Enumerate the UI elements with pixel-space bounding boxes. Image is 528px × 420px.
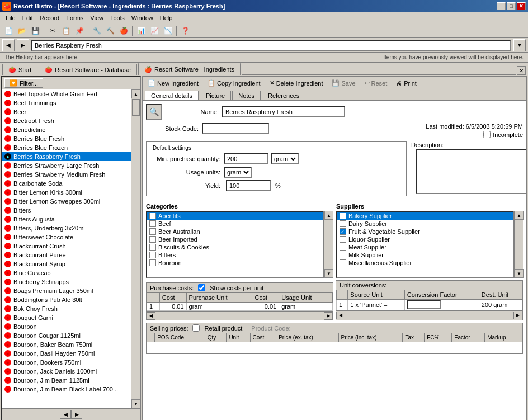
menu-help[interactable]: Help (157, 13, 176, 22)
address-dropdown-button[interactable]: ▼ (513, 39, 526, 51)
list-item[interactable]: Bourbon, Jim Beam Black Label 700... (2, 385, 131, 394)
list-item[interactable]: Bourbon, Basil Hayden 750ml (2, 349, 131, 358)
list-item[interactable]: Bok Choy Fresh (2, 304, 131, 313)
list-item[interactable]: Bitters Augusta (2, 215, 131, 224)
list-item[interactable]: Blackcurrant Syrup (2, 259, 131, 268)
stock-code-input[interactable] (202, 123, 269, 134)
supplier-item-misc[interactable]: Miscellaneous Supplier (337, 259, 513, 267)
menu-tools[interactable]: Tools (107, 13, 128, 22)
category-item-bitters[interactable]: Bitters (147, 251, 323, 259)
list-nav-prev[interactable]: ◀ (60, 410, 71, 419)
list-item[interactable]: Berries Blue Fresh (2, 134, 131, 143)
list-item[interactable]: Bitter Lemon Schweppes 300ml (2, 197, 131, 206)
tab-notes[interactable]: Notes (232, 91, 261, 100)
new-ingredient-button[interactable]: 📄 New Ingredient (144, 78, 202, 88)
reset-button[interactable]: ↩ Reset (361, 78, 392, 88)
list-item[interactable]: Bicarbonate Soda (2, 179, 131, 188)
list-item[interactable]: Bourbon, Baker Beam 750ml (2, 340, 131, 349)
supplier-checkbox-dairy[interactable] (340, 220, 346, 227)
tab-general-details[interactable]: General details (145, 91, 199, 100)
list-item[interactable]: Bourbon, Jack Daniels 1000ml (2, 367, 131, 376)
list-item[interactable]: Blackcurrant Puree (2, 251, 131, 259)
close-button[interactable]: ✕ (517, 2, 526, 10)
usage-units-select[interactable]: gram (224, 167, 252, 178)
toolbar-open[interactable]: 📂 (16, 25, 28, 37)
toolbar-btn5[interactable]: 📈 (148, 25, 161, 37)
supplier-item-liquor[interactable]: Liquor Supplier (337, 235, 513, 243)
toolbar-copy[interactable]: 📋 (60, 25, 72, 37)
list-item[interactable]: Bouquet Garni (2, 313, 131, 322)
list-nav-next[interactable]: ▶ (71, 410, 82, 419)
list-item[interactable]: Berries Blue Frozen (2, 143, 131, 152)
uc-scroll-left[interactable]: ◀ (336, 312, 345, 319)
tab-ingredients[interactable]: 🍎 Resort Software - Ingredients (138, 63, 241, 75)
purchase-scrollbar-h[interactable]: ◀ ▶ (147, 311, 333, 320)
category-item-bourbon[interactable]: Bourbon (147, 259, 323, 267)
maximize-button[interactable]: □ (507, 2, 516, 10)
purchase-scroll-right[interactable]: ▶ (324, 312, 333, 320)
list-item[interactable]: Berries Strawberry Large Fresh (2, 161, 131, 170)
category-checkbox-bitters[interactable] (149, 252, 156, 258)
menu-view[interactable]: View (87, 13, 107, 22)
menu-record[interactable]: Record (36, 13, 63, 22)
supplier-checkbox-milk[interactable] (340, 252, 346, 258)
list-item[interactable]: Benedictine (2, 125, 131, 134)
list-item[interactable]: Boags Premium Lager 350ml (2, 286, 131, 295)
minimize-button[interactable]: _ (497, 2, 506, 10)
toolbar-btn2[interactable]: 🔨 (104, 25, 116, 37)
category-checkbox-beef[interactable] (149, 220, 156, 227)
show-costs-checkbox[interactable] (198, 284, 205, 291)
list-item[interactable]: Bittersweet Chocolate (2, 233, 131, 242)
nav-back-button[interactable]: ◀ (2, 39, 15, 51)
categories-scrollbar[interactable]: ▲ ▼ (324, 211, 333, 278)
nav-forward-button[interactable]: ▶ (17, 39, 29, 51)
menu-file[interactable]: File (2, 13, 19, 22)
supplier-checkbox-misc[interactable] (340, 259, 346, 266)
list-item[interactable]: Bourbon, Jim Beam 1125ml (2, 376, 131, 385)
supplier-checkbox-fruit-veg[interactable] (340, 228, 346, 235)
retail-product-checkbox[interactable] (192, 324, 200, 332)
tab-references[interactable]: References (262, 91, 305, 100)
copy-ingredient-button[interactable]: 📋 Copy Ingredient (204, 78, 265, 88)
list-item[interactable]: Blue Curacao (2, 268, 131, 277)
list-item[interactable]: Beer (2, 107, 131, 116)
list-item[interactable]: Berries Strawberry Medium Fresh (2, 170, 131, 179)
min-purchase-input[interactable] (224, 153, 268, 164)
toolbar-save[interactable]: 💾 (29, 25, 41, 37)
description-textarea[interactable] (416, 149, 527, 194)
menu-forms[interactable]: Forms (63, 13, 87, 22)
scroll-thumb[interactable] (132, 99, 140, 116)
uc-scrollbar-h[interactable]: ◀ ▶ (336, 310, 522, 319)
category-item-beef[interactable]: Beef (147, 220, 323, 228)
tab-picture[interactable]: Picture (200, 91, 231, 100)
filter-button[interactable]: 🔽 Filter... (4, 78, 43, 88)
category-item-beer-aus[interactable]: Beer Australian (147, 228, 323, 235)
uc-factor-input[interactable] (407, 300, 441, 309)
menu-edit[interactable]: Edit (19, 13, 36, 22)
print-button[interactable]: 🖨 Print (392, 78, 421, 88)
address-input[interactable] (31, 40, 511, 51)
tab-start[interactable]: 🍅 Start (2, 64, 37, 75)
list-item[interactable]: Boddingtons Pub Ale 30lt (2, 295, 131, 304)
list-item[interactable]: Bourbon, Bookers 750ml (2, 358, 131, 367)
yield-input[interactable] (226, 180, 271, 191)
toolbar-btn1[interactable]: 🔧 (91, 25, 103, 37)
supplier-item-dairy[interactable]: Dairy Supplier (337, 220, 513, 228)
list-item[interactable]: Bourbon Cougar 1125ml (2, 331, 131, 340)
toolbar-new[interactable]: 📄 (2, 25, 15, 37)
list-item[interactable]: Bitters, Underberg 3x20ml (2, 224, 131, 233)
scroll-up-button[interactable]: ▲ (131, 89, 140, 98)
sup-scroll-up[interactable]: ▲ (515, 211, 524, 220)
scroll-down-button[interactable]: ▼ (131, 399, 140, 408)
list-item-selected[interactable]: Berries Raspberry Fresh (2, 152, 131, 161)
category-item-beer-imp[interactable]: Beer Imported (147, 235, 323, 243)
list-item[interactable]: Beet Trimmings (2, 98, 131, 107)
ingredient-list-scrollbar[interactable]: ▲ ▼ (131, 89, 140, 408)
category-checkbox-biscuits[interactable] (149, 244, 156, 251)
category-checkbox-bourbon[interactable] (149, 259, 156, 266)
list-item[interactable]: Blackcurrant Crush (2, 242, 131, 251)
supplier-item-meat[interactable]: Meat Supplier (337, 243, 513, 251)
category-checkbox-aperitifs[interactable] (149, 213, 156, 219)
cat-scroll-down[interactable]: ▼ (324, 269, 333, 278)
toolbar-cut[interactable]: ✂ (46, 25, 59, 37)
